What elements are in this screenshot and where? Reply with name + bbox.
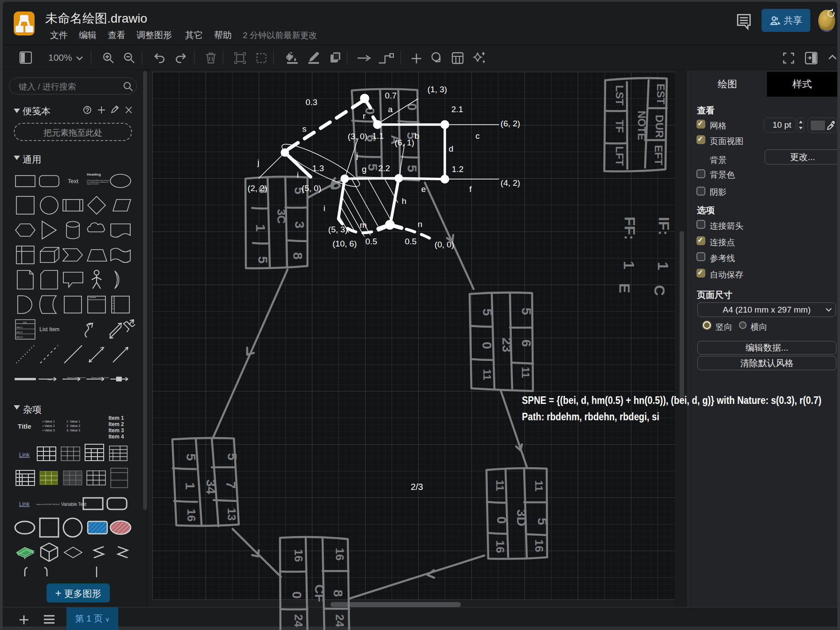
- svg-text:• Value 2: • Value 2: [43, 424, 55, 427]
- svg-text:0: 0: [290, 591, 304, 599]
- svg-text:16: 16: [333, 548, 346, 561]
- svg-text:5: 5: [480, 309, 495, 316]
- svg-text:34: 34: [204, 479, 218, 494]
- svg-text:23: 23: [500, 337, 514, 352]
- svg-text:0.7: 0.7: [385, 91, 397, 100]
- svg-text:11: 11: [481, 369, 493, 380]
- svg-text:3. Value 3: 3. Value 3: [66, 429, 80, 432]
- svg-text:8: 8: [331, 590, 346, 597]
- svg-text:3D: 3D: [514, 509, 529, 526]
- svg-text:d: d: [449, 144, 454, 153]
- svg-text:i: i: [323, 203, 325, 213]
- svg-text:(6, 1): (6, 1): [395, 138, 414, 147]
- svg-text:16: 16: [533, 540, 546, 552]
- svg-text:Item 3: Item 3: [109, 427, 124, 434]
- svg-text:f: f: [469, 184, 472, 194]
- svg-text:0.3: 0.3: [306, 98, 317, 107]
- svg-text:Title: Title: [18, 423, 31, 430]
- svg-text:Item 1: Item 1: [16, 326, 23, 329]
- svg-text:Item 2: Item 2: [109, 421, 124, 427]
- svg-text:FF:: FF:: [622, 217, 638, 240]
- svg-text:SPNE = {(bei, d, hm(0.5) + hn(: SPNE = {(bei, d, hm(0.5) + hn(0.5)), (be…: [522, 394, 821, 406]
- svg-text:b: b: [415, 131, 420, 141]
- svg-text:NOTE: NOTE: [636, 111, 648, 141]
- svg-text:Heading: Heading: [87, 172, 101, 176]
- svg-text:(5, 0): (5, 0): [302, 184, 321, 193]
- svg-text:11: 11: [520, 367, 532, 378]
- svg-text:16: 16: [292, 549, 305, 562]
- svg-text:e: e: [421, 184, 426, 194]
- svg-text:24: 24: [292, 614, 305, 627]
- svg-text:Label: Label: [47, 379, 52, 381]
- svg-text:E: E: [616, 283, 633, 293]
- svg-text:0.5: 0.5: [366, 237, 377, 246]
- svg-text:aliqua retrud exercit: aliqua retrud exercit: [87, 183, 99, 185]
- svg-text:Source Label and more: Source Label and more: [67, 376, 86, 379]
- svg-text:(6, 2): (6, 2): [501, 119, 520, 128]
- svg-text:11: 11: [533, 480, 545, 491]
- svg-text:Link: Link: [19, 451, 30, 458]
- svg-text:C: C: [651, 285, 668, 296]
- svg-text:5: 5: [256, 256, 270, 264]
- svg-text:Item 4: Item 4: [109, 434, 124, 440]
- svg-text:IF:: IF:: [656, 217, 673, 235]
- svg-text:(5, 3): (5, 3): [328, 225, 348, 234]
- svg-text:1. Value 1: 1. Value 1: [66, 420, 80, 423]
- svg-text:Path: rbdehm, rbdehn, rbdegi,: Path: rbdehm, rbdehn, rbdegi, si: [522, 411, 659, 423]
- svg-text:EFT: EFT: [653, 145, 665, 165]
- svg-text:LFT: LFT: [614, 146, 626, 166]
- svg-text:5: 5: [519, 308, 534, 315]
- svg-text:List: List: [23, 321, 27, 324]
- svg-text:h: h: [402, 196, 407, 206]
- svg-text:(10, 6): (10, 6): [333, 239, 357, 248]
- svg-text:Text: Text: [68, 178, 78, 184]
- svg-text:7: 7: [224, 481, 238, 489]
- svg-text:3C: 3C: [275, 209, 288, 223]
- svg-text:5: 5: [184, 454, 198, 461]
- svg-text:(0, 0): (0, 0): [435, 240, 454, 249]
- svg-text:3: 3: [292, 221, 307, 229]
- svg-text:24: 24: [333, 614, 346, 627]
- svg-text:CF: CF: [312, 584, 327, 602]
- svg-text:2.2: 2.2: [378, 164, 390, 173]
- svg-text:0.5: 0.5: [405, 237, 416, 246]
- svg-text:5: 5: [535, 518, 550, 525]
- svg-text:s: s: [302, 124, 307, 133]
- svg-text:1: 1: [621, 261, 638, 270]
- svg-text:6: 6: [519, 340, 534, 347]
- svg-text:r: r: [363, 111, 366, 121]
- svg-text:8: 8: [291, 252, 305, 260]
- svg-text:16: 16: [494, 540, 507, 553]
- svg-text:11: 11: [494, 480, 506, 491]
- svg-text:1.3: 1.3: [312, 164, 324, 173]
- svg-text:i: i: [297, 170, 299, 180]
- svg-text:j: j: [257, 158, 259, 167]
- svg-text:(1, 3): (1, 3): [428, 85, 447, 94]
- svg-text:2. Value 2: 2. Value 2: [66, 424, 80, 427]
- svg-text:5: 5: [405, 165, 420, 172]
- svg-text:0: 0: [405, 103, 420, 111]
- svg-text:• Value 3: • Value 3: [43, 429, 55, 432]
- svg-text:1: 1: [655, 262, 672, 270]
- svg-text:List Item: List Item: [39, 326, 59, 333]
- svg-text:2/3: 2/3: [411, 482, 423, 492]
- svg-text:• Value 1: • Value 1: [43, 420, 55, 423]
- svg-text:c: c: [475, 131, 480, 141]
- svg-text:(3, 0): (3, 0): [348, 132, 367, 141]
- svg-text:Source Label to Target: Source Label to Target: [91, 376, 109, 379]
- svg-text:TF: TF: [614, 120, 626, 133]
- svg-text:Item 3: Item 3: [16, 336, 23, 338]
- svg-text:0: 0: [480, 342, 494, 349]
- svg-text:(4, 2): (4, 2): [501, 178, 520, 188]
- svg-text:1.1: 1.1: [372, 131, 384, 141]
- svg-text:Item 1: Item 1: [109, 415, 124, 421]
- svg-text:1: 1: [183, 482, 198, 490]
- svg-text:j: j: [356, 151, 358, 160]
- svg-text:a: a: [388, 105, 393, 114]
- svg-text:LST: LST: [614, 85, 626, 106]
- svg-text:Link: Link: [19, 501, 30, 507]
- svg-text:16: 16: [185, 509, 198, 522]
- svg-text:Some text 123 456 789 00 00: Some text 123 456 789 00 00: [36, 503, 60, 505]
- svg-text:DUR: DUR: [653, 115, 665, 138]
- svg-text:1: 1: [253, 224, 268, 232]
